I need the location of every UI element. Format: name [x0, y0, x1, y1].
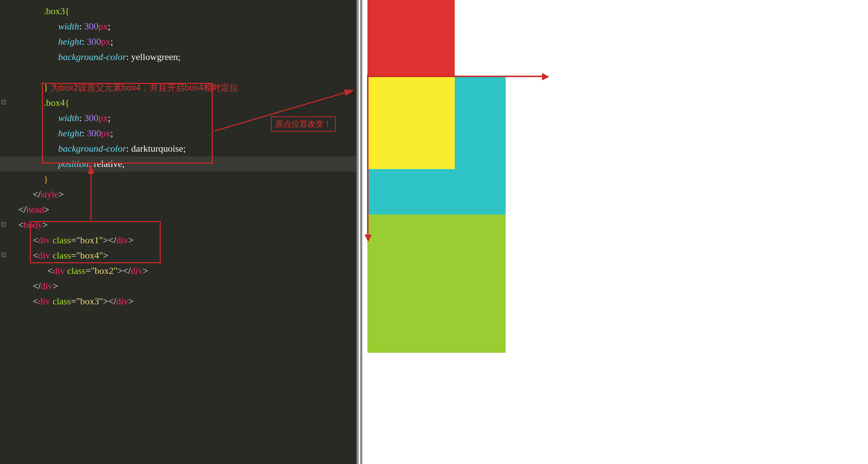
preview-box1 — [367, 0, 455, 76]
code-line: <body> — [0, 217, 357, 233]
axis-y-arrow-icon — [366, 75, 370, 242]
code-editor-pane[interactable]: .box3{ width: 300px; height: 300px; back… — [0, 0, 357, 464]
code-line: .box4{ — [0, 95, 357, 111]
code-line: </head> — [0, 202, 357, 217]
code-line: <div class="box3"></div> — [0, 294, 357, 309]
pane-divider[interactable] — [360, 0, 362, 464]
code-line: } 为box2设置父元素box4，并且开启box4相对定位 — [0, 80, 357, 95]
fold-marker-icon[interactable] — [1, 100, 6, 104]
annotation-origin-label: 原点位置改变！ — [271, 116, 336, 132]
code-line: background-color: darkturquoise; — [0, 141, 357, 156]
inline-comment: 为box2设置父元素box4，并且开启box4相对定位 — [51, 83, 238, 92]
axis-x-arrow-icon — [367, 75, 549, 79]
preview-pane — [357, 0, 868, 464]
code-line: width: 300px; — [0, 19, 357, 34]
preview-box4 — [367, 76, 506, 215]
code-line: <div class="box1"></div> — [0, 233, 357, 248]
code-line: <div class="box4"> — [0, 248, 357, 263]
code-blank-line — [0, 65, 357, 80]
preview-box3 — [367, 215, 506, 353]
code-line: } — [0, 172, 357, 187]
code-line: </div> — [0, 279, 357, 294]
code-line: background-color: yellowgreen; — [0, 49, 357, 65]
preview-box2 — [367, 76, 455, 169]
code-line-active: position: relative; — [0, 156, 357, 172]
preview-viewport — [367, 0, 868, 464]
code-line: </style> — [0, 187, 357, 202]
code-line: .box3{ — [0, 4, 357, 19]
css-selector: .box3 — [44, 6, 65, 16]
fold-marker-icon[interactable] — [1, 222, 6, 227]
pane-divider[interactable] — [357, 0, 359, 464]
code-line: <div class="box2"></div> — [0, 263, 357, 279]
code-line: height: 300px; — [0, 34, 357, 49]
css-selector: .box4 — [44, 97, 65, 108]
fold-marker-icon[interactable] — [1, 253, 6, 257]
